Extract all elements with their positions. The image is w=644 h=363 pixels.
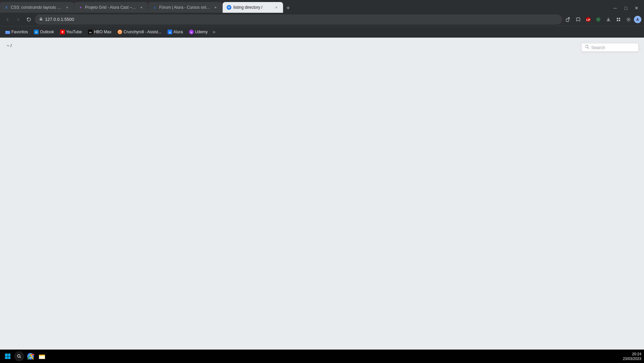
svg-point-26	[586, 45, 588, 48]
settings-button[interactable]	[624, 15, 633, 24]
svg-text:O: O	[35, 31, 38, 34]
bookmark-label-udemy: Udemy	[195, 30, 208, 34]
bookmark-alura[interactable]: a Alura	[165, 28, 186, 36]
tab-close-listing[interactable]: ×	[274, 5, 279, 10]
svg-point-27	[17, 355, 20, 357]
tab-title-alura: Fórum | Alura - Cursos online de...	[159, 5, 211, 10]
page-content: ~ /	[0, 38, 644, 53]
tab-title-css: CSS: construindo layouts com G...	[11, 5, 62, 10]
svg-text:m: m	[89, 31, 91, 34]
extension-lastpass[interactable]: LP	[584, 15, 593, 24]
clock-time: 20:24	[632, 352, 641, 356]
bookmarks-bar: Favoritos O Outlook YouTube m HBO Max Cr…	[0, 26, 644, 38]
nav-actions: LP A	[563, 15, 641, 24]
maximize-button[interactable]: □	[621, 3, 631, 13]
bookmark-label-youtube: YouTube	[66, 30, 82, 34]
bookmark-favicon-hbomax: m	[88, 30, 93, 34]
more-bookmarks-button[interactable]: »	[211, 28, 217, 36]
back-button[interactable]	[3, 15, 12, 24]
new-tab-button[interactable]: +	[283, 3, 293, 13]
extension-button[interactable]	[594, 15, 603, 24]
tab-bar-controls: ─ □ ✕	[610, 3, 644, 13]
svg-rect-1	[40, 18, 42, 21]
extensions-button[interactable]	[614, 15, 623, 24]
svg-point-21	[119, 30, 120, 31]
tab-close-css[interactable]: ×	[64, 5, 70, 10]
svg-point-19	[118, 30, 122, 34]
tab-favicon-listing	[227, 5, 231, 10]
system-clock: 20:24 23/03/2023	[623, 352, 641, 361]
bookmark-youtube[interactable]: YouTube	[57, 28, 85, 36]
bookmark-hbomax[interactable]: m HBO Max	[85, 28, 114, 36]
bookmark-label-outlook: Outlook	[40, 30, 54, 34]
close-window-button[interactable]: ✕	[632, 3, 641, 13]
security-icon	[39, 17, 43, 22]
tab-title-figma: Projeto Grid - Alura Cast – Figma	[85, 5, 137, 10]
bookmark-label-favoritos: Favoritos	[11, 30, 28, 34]
tab-favicon-css: A	[4, 5, 9, 10]
search-input[interactable]	[591, 45, 635, 50]
tab-close-alura[interactable]: ×	[213, 5, 218, 10]
clock-date: 23/03/2023	[623, 356, 641, 361]
svg-rect-6	[617, 18, 618, 19]
bookmark-label-hbomax: HBO Max	[94, 30, 111, 34]
minimize-button[interactable]: ─	[610, 3, 620, 13]
tab-listing[interactable]: listing directory / ×	[223, 2, 283, 13]
tab-figma[interactable]: ✦ Projeto Grid - Alura Cast – Figma ×	[74, 2, 148, 13]
tab-favicon-figma: ✦	[78, 5, 83, 10]
svg-rect-8	[617, 20, 618, 21]
bookmark-outlook[interactable]: O Outlook	[31, 28, 56, 36]
bookmark-crunchyroll[interactable]: Crunchyroll - Assist...	[115, 28, 164, 36]
directory-path: ~ /	[7, 43, 12, 48]
page-search-box[interactable]	[581, 43, 639, 52]
tab-favicon-alura: a	[152, 5, 157, 10]
taskbar-explorer[interactable]	[37, 351, 47, 361]
bookmark-favicon-udemy: u	[189, 30, 194, 34]
bookmark-label-alura: Alura	[174, 30, 183, 34]
bookmark-favicon-crunchyroll	[118, 30, 122, 34]
bookmark-favicon-alura: a	[168, 30, 172, 34]
svg-text:u: u	[190, 31, 192, 34]
nav-bar: 127.0.0.1:5500 LP A	[0, 13, 644, 26]
bookmark-favoritos[interactable]: Favoritos	[3, 28, 31, 36]
bookmark-favicon-outlook: O	[34, 30, 39, 34]
taskbar: 20:24 23/03/2023	[0, 350, 644, 363]
svg-rect-33	[39, 355, 42, 356]
svg-rect-2	[566, 19, 569, 22]
tab-css[interactable]: A CSS: construindo layouts com G... ×	[0, 2, 74, 13]
svg-rect-34	[39, 356, 45, 359]
bookmark-button[interactable]	[573, 15, 583, 24]
taskbar-chrome[interactable]	[26, 351, 36, 361]
svg-point-10	[628, 19, 629, 20]
start-button[interactable]	[3, 351, 13, 361]
forward-button[interactable]	[13, 15, 23, 24]
svg-rect-12	[5, 31, 7, 32]
share-button[interactable]	[563, 15, 573, 24]
url-text: 127.0.0.1:5500	[45, 17, 558, 22]
reload-button[interactable]	[24, 15, 34, 24]
svg-rect-9	[619, 20, 620, 21]
bookmark-label-crunchyroll: Crunchyroll - Assist...	[124, 30, 162, 34]
bookmark-favicon-youtube	[60, 30, 65, 34]
search-icon	[585, 45, 589, 50]
svg-text:LP: LP	[586, 18, 590, 22]
downloads-button[interactable]	[604, 15, 613, 24]
tab-title-listing: listing directory /	[233, 5, 272, 10]
taskbar-system-tray: 20:24 23/03/2023	[623, 352, 641, 361]
tab-close-figma[interactable]: ×	[139, 5, 144, 10]
tab-bar: A CSS: construindo layouts com G... × ✦ …	[0, 0, 644, 13]
browser-content: ~ /	[0, 38, 644, 350]
address-bar[interactable]: 127.0.0.1:5500	[35, 14, 562, 25]
bookmark-udemy[interactable]: u Udemy	[186, 28, 211, 36]
profile-avatar[interactable]: A	[634, 16, 641, 23]
windows-icon	[5, 354, 10, 359]
tab-alura[interactable]: a Fórum | Alura - Cursos online de... ×	[148, 2, 222, 13]
svg-rect-7	[619, 18, 620, 19]
taskbar-search-button[interactable]	[14, 351, 24, 361]
bookmark-favicon-favoritos	[5, 30, 10, 34]
